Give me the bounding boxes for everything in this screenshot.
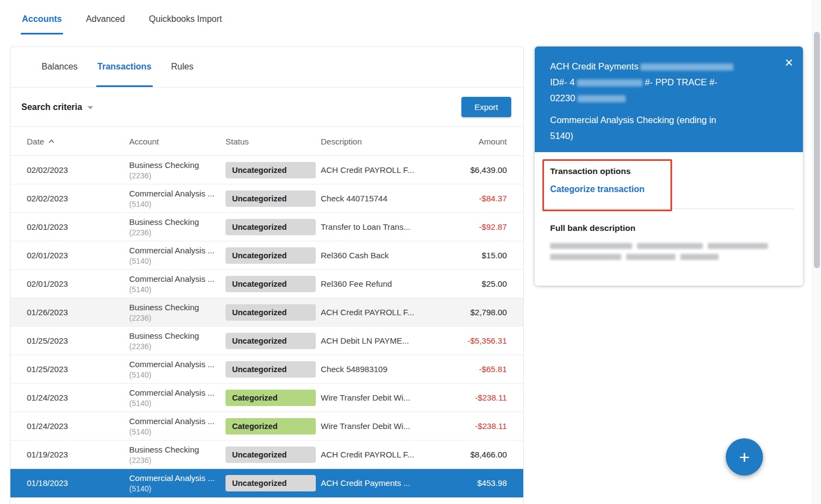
table-header: Date Account Status Description Amount: [10, 127, 523, 156]
cell-amount: -$238.11: [425, 421, 507, 431]
cell-description: ACH Credit Payments ...: [321, 478, 425, 488]
cell-account: Commercial Analysis ... (5140): [129, 358, 226, 380]
status-badge: Uncategorized: [226, 447, 316, 463]
cell-date: 01/24/2023: [27, 421, 129, 431]
column-header-date[interactable]: Date: [27, 137, 129, 146]
cell-account: Commercial Analysis ... (5140): [129, 245, 226, 267]
cell-description: ACH Credit PAYROLL F...: [321, 308, 425, 317]
tab-advanced[interactable]: Advanced: [85, 10, 126, 34]
table-row[interactable]: 01/18/2023 Commercial Analysis ... (5140…: [10, 469, 523, 497]
export-button[interactable]: Export: [461, 97, 511, 117]
cell-status: Uncategorized: [226, 361, 321, 378]
detail-body: Transaction options Categorize transacti…: [535, 152, 803, 260]
table-row[interactable]: 02/01/2023 Business Checking (2236) Unca…: [10, 213, 523, 241]
search-criteria-label: Search criteria: [21, 102, 82, 112]
cell-account: Commercial Analysis ... (5140): [129, 472, 226, 494]
cell-amount: $15.00: [425, 251, 507, 260]
transaction-options-label: Transaction options: [550, 166, 788, 176]
cell-description: ACH Debit LN PAYME...: [321, 336, 425, 345]
account-number: (5140): [129, 256, 226, 267]
table-row[interactable]: 01/24/2023 Commercial Analysis ... (5140…: [10, 412, 523, 441]
scrollbar-thumb[interactable]: [814, 32, 820, 268]
categorize-transaction-link[interactable]: Categorize transaction: [550, 184, 644, 194]
cell-description: Rel360 Cash Back: [321, 251, 425, 260]
cell-date: 01/25/2023: [27, 336, 129, 345]
account-name: Business Checking: [129, 159, 226, 171]
account-number: (5140): [129, 427, 226, 437]
account-name: Commercial Analysis ...: [129, 472, 226, 484]
table-row[interactable]: 02/02/2023 Commercial Analysis ... (5140…: [10, 184, 523, 213]
table-row[interactable]: 01/26/2023 Business Checking (2236) Unca…: [10, 298, 523, 327]
search-criteria-toggle[interactable]: Search criteria: [21, 102, 93, 112]
redacted-text: [680, 254, 719, 260]
redacted-text: [708, 243, 768, 249]
add-transaction-fab[interactable]: +: [726, 438, 763, 476]
full-bank-description-label: Full bank description: [550, 223, 788, 233]
transactions-card: Balances Transactions Rules Search crite…: [10, 47, 524, 504]
cell-description: Rel360 Fee Refund: [321, 279, 425, 288]
table-row[interactable]: 01/19/2023 Business Checking (2236) Unca…: [10, 441, 523, 469]
status-badge: Uncategorized: [226, 361, 316, 378]
status-badge: Uncategorized: [226, 247, 316, 264]
account-name: Commercial Analysis ...: [129, 245, 226, 256]
tab-balances[interactable]: Balances: [41, 47, 79, 87]
account-name: Business Checking: [129, 216, 226, 228]
redacted-text: [637, 243, 703, 249]
account-number: (2236): [129, 313, 226, 323]
cell-amount: -$65.81: [425, 364, 507, 374]
table-row[interactable]: 01/25/2023 Commercial Analysis ... (5140…: [10, 355, 523, 384]
status-badge: Uncategorized: [226, 304, 316, 321]
transaction-detail-panel: ACH Credit Payments ID#- 4#- PPD TRACE #…: [535, 47, 803, 286]
redacted-text: [640, 63, 733, 71]
redacted-text: [550, 243, 632, 249]
tab-accounts[interactable]: Accounts: [21, 10, 63, 34]
account-name: Commercial Analysis ...: [129, 387, 226, 398]
cell-status: Uncategorized: [226, 247, 321, 264]
cell-account: Business Checking (2236): [129, 330, 226, 352]
table-row[interactable]: 01/24/2023 Commercial Analysis ... (5140…: [10, 384, 523, 412]
cell-account: Business Checking (2236): [129, 159, 226, 181]
cell-date: 01/26/2023: [27, 308, 129, 317]
cell-account: Business Checking (2236): [129, 216, 226, 238]
status-badge: Uncategorized: [226, 475, 316, 491]
cell-amount: $8,466.00: [425, 450, 507, 459]
cell-date: 02/01/2023: [27, 279, 129, 288]
column-header-account[interactable]: Account: [129, 137, 226, 146]
account-name: Business Checking: [129, 330, 226, 341]
cell-amount: $453.98: [425, 478, 507, 488]
account-name: Commercial Analysis ...: [129, 188, 226, 199]
account-number: (2236): [129, 341, 226, 352]
account-number: (5140): [129, 199, 226, 210]
table-row[interactable]: 02/01/2023 Commercial Analysis ... (5140…: [10, 241, 523, 270]
status-badge: Categorized: [226, 390, 316, 406]
column-header-status[interactable]: Status: [226, 137, 321, 146]
column-header-amount[interactable]: Amount: [425, 137, 507, 146]
detail-title-line1: ACH Credit Payments: [550, 59, 772, 74]
table-row[interactable]: 02/02/2023 Business Checking (2236) Unca…: [10, 156, 523, 184]
top-nav: Accounts Advanced Quickbooks Import: [21, 10, 223, 34]
cell-status: Uncategorized: [226, 475, 321, 491]
table-row[interactable]: 01/25/2023 Business Checking (2236) Unca…: [10, 327, 523, 355]
cell-status: Uncategorized: [226, 276, 321, 292]
account-number: (5140): [129, 484, 226, 494]
status-badge: Uncategorized: [226, 333, 316, 349]
status-badge: Uncategorized: [226, 162, 316, 178]
cell-amount: -$5,356.31: [425, 336, 507, 345]
cell-date: 01/19/2023: [27, 450, 129, 459]
close-icon[interactable]: ×: [785, 55, 793, 69]
tab-rules[interactable]: Rules: [170, 47, 195, 87]
cell-description: Wire Transfer Debit Wi...: [321, 393, 425, 402]
column-header-description[interactable]: Description: [321, 137, 425, 146]
cell-status: Categorized: [226, 418, 321, 435]
account-number: (5140): [129, 398, 226, 409]
cell-account: Commercial Analysis ... (5140): [129, 188, 226, 210]
tab-quickbooks-import[interactable]: Quickbooks Import: [148, 10, 223, 34]
scrollbar-track[interactable]: [812, 0, 821, 504]
account-name: Business Checking: [129, 444, 226, 455]
table-row[interactable]: 02/01/2023 Commercial Analysis ... (5140…: [10, 270, 523, 298]
account-name: Commercial Analysis ...: [129, 273, 226, 285]
cell-date: 02/01/2023: [27, 222, 129, 231]
status-badge: Categorized: [226, 418, 316, 435]
tab-transactions[interactable]: Transactions: [96, 47, 153, 87]
redacted-text: [626, 254, 675, 260]
